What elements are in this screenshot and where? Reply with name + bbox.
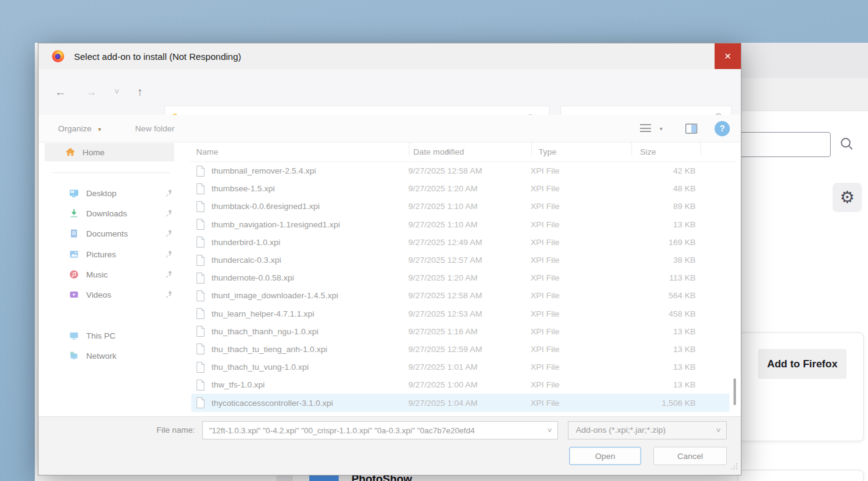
file-row[interactable]: thundercalc-0.3.xpi 9/27/2025 12:57 AM X… (191, 251, 729, 269)
file-icon (196, 219, 205, 230)
column-header-date-modified[interactable]: Date modified (413, 142, 464, 162)
file-row[interactable]: thumb_navigation-1.1resigned1.xpi 9/27/2… (191, 216, 729, 233)
file-name: thunt_image_downloader-1.4.5.xpi (211, 291, 408, 300)
file-icon (196, 255, 205, 266)
preview-pane-icon[interactable] (685, 123, 697, 134)
file-picker-dialog: Select add-on to install (Not Responding… (38, 43, 741, 475)
sidebar-item-desktop[interactable]: Desktop (45, 184, 174, 202)
new-folder-button[interactable]: New folder (135, 115, 175, 142)
file-size: 169 KB (630, 238, 696, 247)
addons-search-icon[interactable] (839, 136, 854, 153)
sidebar-item-this-pc[interactable]: This PC (45, 326, 174, 345)
file-type: XPI File (531, 184, 630, 193)
column-header-name[interactable]: Name (196, 142, 218, 162)
pictures-icon (69, 249, 79, 259)
sidebar-item-label: Home (83, 148, 105, 157)
up-arrow-icon[interactable]: ↑ (133, 69, 147, 115)
sidebar-item-pictures[interactable]: Pictures (45, 245, 174, 263)
file-row[interactable]: thumbtack-0.0.6resigned1.xpi 9/27/2025 1… (191, 197, 729, 215)
file-icon (196, 343, 205, 354)
dialog-title: Select add-on to install (Not Responding… (74, 51, 241, 62)
file-name-combo[interactable]: ˅ (202, 421, 558, 439)
file-row[interactable]: thumbnail_remover-2.5.4.xpi 9/27/2025 12… (191, 162, 729, 180)
view-options-caret-icon[interactable]: ▾ (660, 115, 663, 142)
sidebar-item-label: Documents (86, 229, 128, 238)
open-button[interactable]: Open (569, 447, 641, 465)
file-date-modified: 9/27/2025 12:49 AM (408, 238, 531, 247)
organize-menu[interactable]: Organize ▾ (58, 115, 101, 142)
file-icon (196, 290, 205, 301)
file-icon (196, 183, 205, 194)
file-row[interactable]: thu_learn_helper-4.7.1.1.xpi 9/27/2025 1… (191, 305, 729, 323)
file-size: 13 KB (630, 345, 696, 354)
file-size: 13 KB (630, 362, 696, 372)
recent-locations-chevron-icon[interactable]: ˅ (109, 69, 124, 115)
sidebar-item-home[interactable]: Home (45, 143, 174, 161)
sidebar-item-music[interactable]: Music (45, 265, 174, 284)
file-type: XPI File (531, 309, 630, 318)
column-divider (631, 142, 632, 156)
forward-arrow-icon[interactable]: → (84, 69, 98, 115)
pin-icon (165, 189, 172, 199)
file-date-modified: 9/27/2025 1:01 AM (408, 362, 531, 372)
add-to-firefox-button[interactable]: Add to Firefox (758, 349, 847, 379)
file-name: thundercalc-0.3.xpi (211, 255, 408, 265)
file-size: 13 KB (630, 380, 696, 389)
column-header-type[interactable]: Type (539, 142, 556, 162)
file-date-modified: 9/27/2025 1:00 AM (408, 380, 531, 389)
dialog-footer: File name: ˅ Add-ons (*.xpi;*.jar;*.zip)… (39, 416, 741, 475)
back-arrow-icon[interactable]: ← (53, 69, 68, 115)
file-type: XPI File (531, 238, 630, 247)
file-name-chevron-icon[interactable]: ˅ (547, 422, 552, 440)
file-name: thumb_navigation-1.1resigned1.xpi (211, 220, 408, 229)
sidebar-item-network[interactable]: Network (45, 347, 174, 365)
sidebar-divider (52, 172, 171, 173)
column-header-size[interactable]: Size (640, 142, 656, 162)
filter-chevron-icon: ˅ (716, 422, 721, 440)
file-row[interactable]: thu_thach_tu_vung-1.0.xpi 9/27/2025 1:01… (191, 358, 729, 376)
addons-search-input[interactable] (735, 132, 831, 157)
sidebar-item-downloads[interactable]: Downloads (45, 204, 174, 222)
desktop-icon (69, 188, 79, 198)
file-size: 38 KB (630, 255, 696, 265)
file-row[interactable]: thunderbird-1.0.xpi 9/27/2025 12:49 AM X… (191, 233, 729, 251)
file-row[interactable]: thw_tfs-1.0.xpi 9/27/2025 1:00 AM XPI Fi… (191, 376, 729, 394)
file-name-input[interactable] (203, 422, 557, 439)
file-list-scrollbar-thumb[interactable] (734, 378, 736, 405)
file-row[interactable]: thycoticaccesscontroller-3.1.0.xpi 9/27/… (191, 394, 729, 411)
dialog-titlebar: Select add-on to install (Not Responding… (39, 43, 741, 69)
pin-icon (165, 230, 172, 239)
file-icon (196, 237, 205, 248)
file-name: thu_thach_tu_vung-1.0.xpi (211, 362, 408, 372)
close-button[interactable]: × (715, 43, 741, 69)
downloads-icon (69, 208, 79, 218)
file-date-modified: 9/27/2025 1:20 AM (408, 273, 531, 282)
sidebar-item-label: Network (86, 351, 117, 361)
file-row[interactable]: thunt_image_downloader-1.4.5.xpi 9/27/20… (191, 287, 729, 304)
file-row[interactable]: thumbsee-1.5.xpi 9/27/2025 1:20 AM XPI F… (191, 180, 729, 197)
file-row[interactable]: thundernote-0.0.58.xpi 9/27/2025 1:20 AM… (191, 269, 729, 287)
sidebar-item-label: This PC (86, 331, 116, 340)
file-type-filter-select[interactable]: Add-ons (*.xpi;*.jar;*.zip) ˅ (568, 421, 727, 439)
addons-settings-button[interactable]: ⚙ (833, 183, 862, 212)
file-size: 1,506 KB (630, 398, 696, 408)
file-row[interactable]: thu_thach_thanh_ngu-1.0.xpi 9/27/2025 1:… (191, 323, 729, 340)
addon-card: Add to Firefox (738, 332, 864, 441)
file-type: XPI File (531, 327, 630, 336)
file-name: thumbtack-0.0.6resigned1.xpi (211, 202, 408, 211)
sidebar-item-documents[interactable]: Documents (45, 224, 174, 243)
list-view-icon[interactable] (640, 124, 651, 134)
cancel-button[interactable]: Cancel (653, 447, 727, 465)
help-button[interactable]: ? (715, 121, 730, 136)
organize-label: Organize (58, 124, 92, 133)
file-size: 89 KB (630, 202, 696, 211)
resize-grip[interactable] (730, 461, 738, 472)
file-type: XPI File (531, 345, 630, 354)
file-name: thunderbird-1.0.xpi (211, 238, 408, 247)
file-size: 564 KB (630, 291, 696, 300)
file-icon (196, 201, 205, 212)
file-type: XPI File (531, 398, 630, 408)
sidebar-item-videos[interactable]: Videos (45, 285, 174, 304)
file-icon (196, 397, 205, 408)
file-row[interactable]: thu_thach_tu_tieng_anh-1.0.xpi 9/27/2025… (191, 340, 729, 358)
